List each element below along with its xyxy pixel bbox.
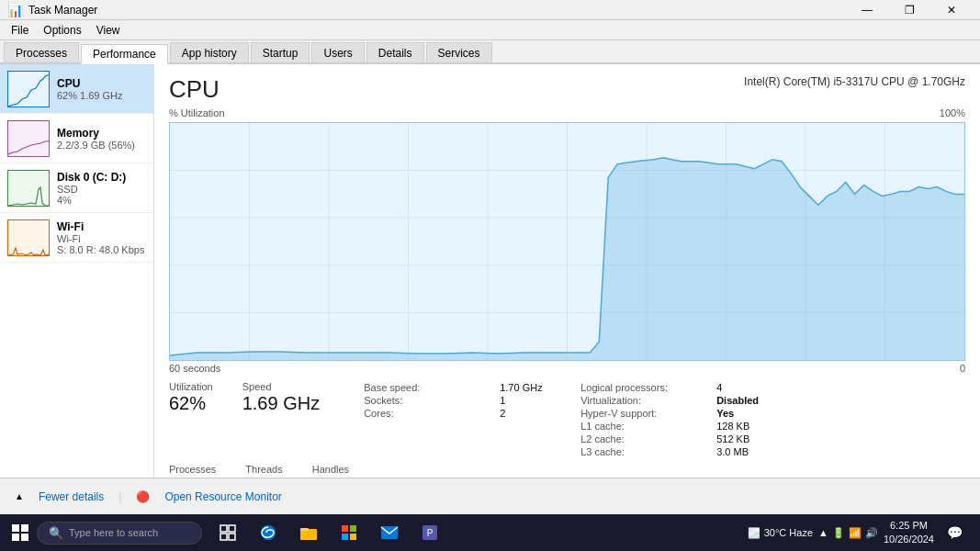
taskbar-mail[interactable] [371,516,408,549]
wifi-sidebar-text: Wi-Fi Wi-Fi S: 8.0 R: 48.0 Kbps [57,220,144,255]
cpu-title: CPU [169,75,220,104]
processes-label: Processes [169,464,216,475]
wifi-sidebar-name: Wi-Fi [57,220,144,233]
taskbar-edge[interactable] [250,516,287,549]
detail-label-7: L2 cache: [580,433,709,445]
close-button[interactable]: ✕ [930,0,973,20]
stat-handles: Handles 56183 [312,464,351,478]
sidebar-item-wifi[interactable]: Wi-Fi Wi-Fi S: 8.0 R: 48.0 Kbps [0,213,153,263]
detail-label-2: Cores: [364,407,492,420]
tab-app-history[interactable]: App history [170,42,249,62]
detail-value-3: 4 [716,381,790,394]
percent-max: 100% [940,107,965,120]
title-bar-title: Task Manager [28,4,846,17]
minimize-button[interactable]: — [846,0,888,20]
taskbar-date-display: 10/26/2024 [884,533,934,546]
svg-rect-26 [229,534,235,540]
cpu-sidebar-name: CPU [57,77,123,90]
fewer-details-link[interactable]: Fewer details [39,490,104,503]
taskbar-weather[interactable]: 🌫️ 30°C Haze [748,527,813,539]
detail-label-8: L3 cache: [580,445,709,458]
graph-time-labels: 60 seconds 0 [169,363,965,374]
detail-value-1: 1 [500,394,573,407]
restore-button[interactable]: ❐ [888,0,930,20]
graph-time-start: 60 seconds [169,363,220,374]
sidebar-item-memory[interactable]: Memory 2.2/3.9 GB (56%) [0,114,153,163]
disk-sidebar-name: Disk 0 (C: D:) [57,171,126,184]
taskbar-file-explorer[interactable] [290,516,327,549]
svg-rect-34 [381,526,398,539]
detail-value-8: 3.0 MB [716,445,790,458]
detail-label-5: Hyper-V support: [580,407,709,420]
notification-icon: 💬 [947,525,963,540]
detail-value-5: Yes [716,407,790,420]
sidebar-item-disk[interactable]: Disk 0 (C: D:) SSD 4% [0,163,153,213]
tab-bar: Processes Performance App history Startu… [0,40,980,64]
notification-center-button[interactable]: 💬 [940,516,969,549]
title-bar-controls: — ❐ ✕ [846,0,973,20]
taskbar-right: 🌫️ 30°C Haze ▲ 🔋 📶 🔊 6:25 PM 10/26/2024 … [748,516,976,549]
detail-label-6: L1 cache: [580,420,709,433]
weather-text: 30°C Haze [764,527,813,538]
handles-label: Handles [312,464,351,475]
svg-rect-25 [220,534,227,540]
detail-value-2: 2 [500,407,573,420]
svg-rect-33 [350,534,356,540]
right-panel: CPU Intel(R) Core(TM) i5-3317U CPU @ 1.7… [154,64,980,478]
taskbar-datetime[interactable]: 6:25 PM 10/26/2024 [884,519,934,547]
cpu-sidebar-text: CPU 62% 1.69 GHz [57,77,123,101]
tab-processes[interactable]: Processes [4,42,79,62]
tab-users[interactable]: Users [311,42,364,62]
disk-mini-graph [7,170,50,207]
taskbar-store[interactable] [331,516,367,549]
svg-rect-22 [21,534,28,541]
svg-rect-29 [300,528,309,531]
start-button[interactable] [4,516,37,549]
svg-rect-21 [12,534,19,541]
wifi-sidebar-detail1: Wi-Fi [57,233,144,244]
detail-label-3: Logical processors: [580,381,709,394]
menu-view[interactable]: View [89,22,128,39]
battery-icon: 🔋 [832,527,845,539]
main-content: CPU 62% 1.69 GHz Memory 2.2/3.9 GB (56%) [0,64,980,478]
detail-value-4: Disabled [716,394,790,407]
menu-file[interactable]: File [4,22,36,39]
taskbar-app-extra[interactable]: P [411,516,448,549]
open-resource-monitor-link[interactable]: Open Resource Monitor [164,490,281,503]
title-bar: 📊 Task Manager — ❐ ✕ [0,0,980,20]
search-icon: 🔍 [49,526,63,540]
details-grid: Base speed: 1.70 GHz Logical processors:… [364,381,790,458]
svg-rect-32 [342,534,348,540]
weather-icon: 🌫️ [748,527,760,539]
menu-bar: File Options View [0,20,980,40]
taskbar-time-display: 6:25 PM [884,519,934,533]
taskbar-search[interactable]: 🔍 Type here to search [37,522,202,545]
threads-label: Threads [245,464,282,475]
detail-value-6: 128 KB [716,420,790,433]
threads-value: 1883 [245,475,282,478]
detail-label-4: Virtualization: [580,394,709,407]
tab-details[interactable]: Details [366,42,424,62]
detail-label-1: Sockets: [364,394,492,407]
sys-tray-icons: ▲ 🔋 📶 🔊 [818,527,878,539]
svg-rect-30 [342,525,348,532]
cpu-header: CPU Intel(R) Core(TM) i5-3317U CPU @ 1.7… [169,75,965,104]
cpu-model: Intel(R) Core(TM) i5-3317U CPU @ 1.70GHz [744,75,965,88]
svg-rect-0 [8,72,50,107]
taskbar-task-view[interactable] [209,516,246,549]
stats-row: Utilization 62% Speed 1.69 GHz Base spee… [169,381,965,458]
tab-services[interactable]: Services [426,42,492,62]
svg-rect-31 [350,525,356,532]
status-separator: | [118,490,121,503]
up-arrow-icon[interactable]: ▲ [818,527,828,538]
tab-startup[interactable]: Startup [251,42,310,62]
network-icon: 📶 [849,527,862,539]
menu-options[interactable]: Options [36,22,88,39]
sidebar-item-cpu[interactable]: CPU 62% 1.69 GHz [0,64,153,114]
status-bar: ▲ Fewer details | 🔴 Open Resource Monito… [0,478,980,514]
detail-value-7: 512 KB [716,433,790,445]
tab-performance[interactable]: Performance [81,44,168,64]
sidebar: CPU 62% 1.69 GHz Memory 2.2/3.9 GB (56%) [0,64,154,478]
stat-speed: Speed 1.69 GHz [242,381,320,458]
disk-sidebar-detail2: 4% [57,195,126,206]
